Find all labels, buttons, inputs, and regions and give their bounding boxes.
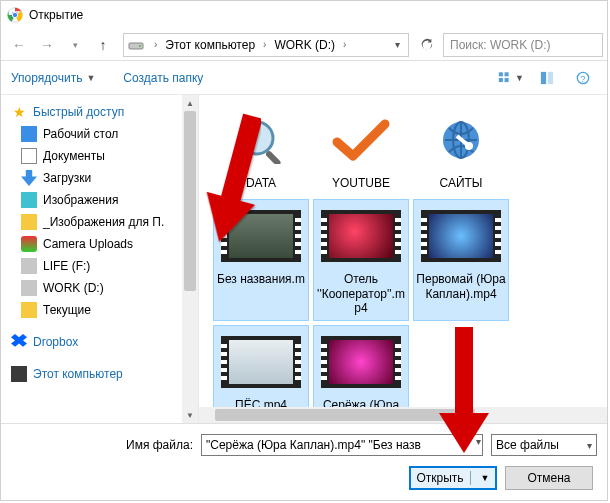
drive-icon bbox=[128, 37, 144, 53]
search-placeholder: Поиск: WORK (D:) bbox=[450, 38, 551, 52]
pictures-icon bbox=[21, 192, 37, 208]
titlebar: Открытие bbox=[1, 1, 607, 29]
folder-item[interactable]: DATA bbox=[213, 103, 309, 195]
star-icon: ★ bbox=[11, 104, 27, 120]
file-open-dialog: Открытие ← → ▾ ↑ › Этот компьютер › WORK… bbox=[0, 0, 608, 501]
svg-rect-8 bbox=[505, 78, 509, 82]
breadcrumb-segment[interactable]: Этот компьютер bbox=[163, 38, 257, 52]
dialog-footer: Имя файла: ▾ Все файлы ▾ Открыть ▼ Отмен… bbox=[1, 423, 607, 500]
sidebar-item-quick-access[interactable]: ★ Быстрый доступ bbox=[1, 101, 198, 123]
sidebar-item-downloads[interactable]: Загрузки bbox=[1, 167, 198, 189]
up-button[interactable]: ↑ bbox=[89, 31, 117, 59]
checkmark-icon bbox=[329, 116, 393, 164]
window-title: Открытие bbox=[29, 8, 83, 22]
svg-rect-10 bbox=[548, 71, 553, 83]
cancel-button[interactable]: Отмена bbox=[505, 466, 593, 490]
downloads-icon bbox=[21, 170, 37, 186]
chevron-down-icon[interactable]: ▾ bbox=[476, 436, 481, 447]
sidebar-item-desktop[interactable]: Рабочий стол bbox=[1, 123, 198, 145]
sidebar-item-camera-uploads[interactable]: Camera Uploads bbox=[1, 233, 198, 255]
svg-rect-14 bbox=[265, 150, 282, 164]
help-button[interactable]: ? bbox=[569, 67, 597, 89]
sidebar-item-pictures[interactable]: Изображения bbox=[1, 189, 198, 211]
film-icon bbox=[321, 210, 401, 262]
svg-point-4 bbox=[139, 45, 141, 47]
scroll-down-icon[interactable]: ▼ bbox=[182, 407, 198, 423]
video-file-item[interactable]: Отель ''Кооператор''.mp4 bbox=[313, 199, 409, 320]
toolbar: Упорядочить▼ Создать папку ▼ ? bbox=[1, 61, 607, 95]
svg-text:?: ? bbox=[581, 73, 586, 83]
chevron-down-icon: ▾ bbox=[587, 440, 592, 451]
folder-item[interactable]: САЙТЫ bbox=[413, 103, 509, 195]
chevron-down-icon: ▼ bbox=[481, 473, 490, 483]
breadcrumb-segment[interactable]: WORK (D:) bbox=[272, 38, 337, 52]
file-list: DATA YOUTUBE САЙТЫ Без названия.m bbox=[199, 95, 607, 423]
refresh-button[interactable] bbox=[415, 33, 439, 57]
file-type-filter[interactable]: Все файлы ▾ bbox=[491, 434, 597, 456]
chevron-down-icon: ▼ bbox=[86, 73, 95, 83]
address-bar[interactable]: › Этот компьютер › WORK (D:) › ▾ bbox=[123, 33, 409, 57]
scrollbar-thumb[interactable] bbox=[184, 111, 196, 291]
app-icon bbox=[7, 7, 23, 23]
scroll-up-icon[interactable]: ▲ bbox=[182, 95, 198, 111]
drive-icon bbox=[21, 258, 37, 274]
film-icon bbox=[321, 336, 401, 388]
navigation-pane: ★ Быстрый доступ Рабочий стол Документы … bbox=[1, 95, 199, 423]
search-input[interactable]: Поиск: WORK (D:) bbox=[443, 33, 603, 57]
recent-dropdown[interactable]: ▾ bbox=[61, 31, 89, 59]
camera-icon bbox=[21, 236, 37, 252]
svg-point-17 bbox=[465, 142, 473, 150]
dialog-body: ★ Быстрый доступ Рабочий стол Документы … bbox=[1, 95, 607, 423]
folder-item[interactable]: YOUTUBE bbox=[313, 103, 409, 195]
documents-icon bbox=[21, 148, 37, 164]
folder-icon bbox=[21, 214, 37, 230]
sidebar-item-this-pc[interactable]: Этот компьютер bbox=[1, 363, 198, 385]
video-file-item[interactable]: Без названия.m bbox=[213, 199, 309, 320]
organize-menu[interactable]: Упорядочить▼ bbox=[11, 71, 95, 85]
sidebar-item-current[interactable]: Текущие bbox=[1, 299, 198, 321]
svg-point-13 bbox=[241, 122, 273, 154]
this-pc-icon bbox=[11, 366, 27, 382]
svg-point-2 bbox=[12, 12, 17, 17]
dropbox-icon bbox=[11, 334, 27, 350]
chevron-right-icon: › bbox=[263, 39, 266, 50]
sidebar-scrollbar[interactable]: ▲ ▼ bbox=[182, 95, 198, 423]
chevron-right-icon: › bbox=[343, 39, 346, 50]
film-icon bbox=[221, 336, 301, 388]
sidebar-item-life[interactable]: LIFE (F:) bbox=[1, 255, 198, 277]
video-file-item[interactable]: Первомай (Юра Каплан).mp4 bbox=[413, 199, 509, 320]
svg-rect-5 bbox=[499, 72, 503, 76]
drive-icon bbox=[21, 280, 37, 296]
film-icon bbox=[221, 210, 301, 262]
navbar: ← → ▾ ↑ › Этот компьютер › WORK (D:) › ▾… bbox=[1, 29, 607, 61]
sidebar-item-dropbox[interactable]: Dropbox bbox=[1, 331, 198, 353]
view-preview-button[interactable] bbox=[533, 67, 561, 89]
sidebar-item-documents[interactable]: Документы bbox=[1, 145, 198, 167]
chevron-down-icon[interactable]: ▾ bbox=[395, 39, 400, 50]
svg-rect-7 bbox=[499, 78, 503, 82]
back-button[interactable]: ← bbox=[5, 31, 33, 59]
film-icon bbox=[421, 210, 501, 262]
svg-rect-9 bbox=[541, 71, 546, 83]
chevron-down-icon: ▼ bbox=[515, 73, 524, 83]
desktop-icon bbox=[21, 126, 37, 142]
svg-rect-6 bbox=[505, 72, 509, 76]
globe-icon bbox=[429, 116, 493, 164]
sidebar-item-pictures-p[interactable]: _Изображения для П. bbox=[1, 211, 198, 233]
chevron-right-icon: › bbox=[154, 39, 157, 50]
magnifier-icon bbox=[229, 116, 293, 164]
horizontal-scrollbar[interactable] bbox=[199, 407, 607, 423]
new-folder-button[interactable]: Создать папку bbox=[123, 71, 203, 85]
filename-label: Имя файла: bbox=[11, 438, 201, 452]
filename-input[interactable] bbox=[201, 434, 483, 456]
folder-icon bbox=[21, 302, 37, 318]
view-thumbnails-button[interactable]: ▼ bbox=[497, 67, 525, 89]
scrollbar-thumb[interactable] bbox=[215, 409, 475, 421]
sidebar-item-work[interactable]: WORK (D:) bbox=[1, 277, 198, 299]
forward-button[interactable]: → bbox=[33, 31, 61, 59]
open-button[interactable]: Открыть ▼ bbox=[409, 466, 497, 490]
